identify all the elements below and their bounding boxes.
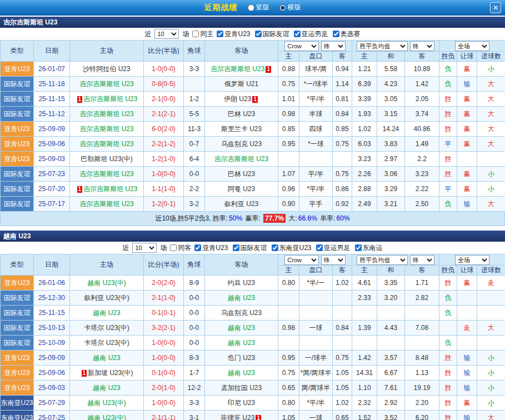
match-date: 25-09-06 bbox=[34, 137, 70, 152]
red-card-badge: 1 bbox=[256, 415, 261, 420]
odds-away bbox=[333, 152, 352, 167]
titlebar: 近期战绩 竖版 横版 ✕ bbox=[0, 0, 505, 16]
wdl-average-select[interactable]: 胜平负均值 bbox=[357, 255, 408, 265]
checkbox-input[interactable] bbox=[355, 244, 362, 251]
league-filter-checkbox[interactable]: 亚青U23 bbox=[194, 243, 228, 253]
filter-near-label: 近 bbox=[122, 243, 129, 253]
checkbox-input[interactable] bbox=[272, 244, 278, 251]
fulltime-select[interactable]: 全场 bbox=[455, 41, 489, 51]
away-team: 越南 U23 bbox=[205, 291, 278, 306]
team-name: 吉尔吉斯斯坦 U23 bbox=[83, 185, 137, 193]
match-count-select[interactable]: 10 bbox=[132, 243, 157, 253]
over-rate-label: 大: bbox=[287, 214, 297, 222]
team-name: 越南 U23 bbox=[228, 339, 255, 347]
final-odds-select[interactable]: 终 bbox=[321, 41, 346, 51]
same-away-checkbox[interactable]: 同客 bbox=[170, 243, 191, 253]
score: 1-0(0-0) bbox=[144, 351, 184, 366]
checkbox-input[interactable] bbox=[170, 244, 177, 251]
avg-home-odds: 14.31 bbox=[352, 366, 377, 381]
checkbox-input[interactable] bbox=[233, 244, 239, 251]
score: 2-2(1-2) bbox=[144, 137, 184, 152]
checkbox-input[interactable] bbox=[316, 244, 323, 251]
layout-radio-horizontal[interactable]: 横版 bbox=[279, 3, 301, 12]
bookmaker-select[interactable]: Crow bbox=[284, 41, 319, 51]
checkbox-label: 东南运 bbox=[363, 243, 383, 253]
league-filter-checkbox[interactable]: 亚青U23 bbox=[217, 29, 250, 39]
home-team: 1新加坡 U23(中) bbox=[70, 366, 144, 381]
handicap-line: 半球 bbox=[299, 107, 333, 122]
radio-input-horizontal[interactable] bbox=[279, 4, 286, 11]
avg-draw-odds: 4.23 bbox=[377, 77, 405, 92]
odds-away: 1.02 bbox=[333, 396, 352, 411]
result-wdl: 负 bbox=[439, 197, 457, 212]
team-name: 也门 U23 bbox=[228, 354, 255, 362]
corners: 1-7 bbox=[184, 366, 205, 381]
odds-away: 0.75 bbox=[333, 167, 352, 182]
handicap-line bbox=[299, 152, 333, 167]
sub-header-handicap: 盘口 bbox=[299, 52, 333, 62]
summary-row: 近10场,胜5平2负3, 胜率:50% 赢率: 77.7% 大:66.6% 单率… bbox=[0, 212, 505, 226]
odds-away: 1.02 bbox=[333, 276, 352, 291]
corners: 12-2 bbox=[184, 381, 205, 396]
home-team: 吉尔吉斯斯坦 U23 bbox=[70, 107, 144, 122]
radio-input-vertical[interactable] bbox=[248, 4, 254, 11]
team-name: 吉尔吉斯斯坦 U23 bbox=[79, 200, 133, 208]
avg-group-header: 胜平负均值 终 bbox=[352, 41, 439, 52]
checkbox-input[interactable] bbox=[217, 31, 223, 37]
handicap-line: 一球 bbox=[299, 321, 333, 336]
final-odds-select[interactable]: 终 bbox=[321, 255, 346, 265]
league-filter-checkbox[interactable]: 东南亚U23 bbox=[272, 243, 312, 253]
checkbox-input[interactable] bbox=[194, 244, 201, 251]
odds-home: 1.01 bbox=[278, 92, 299, 107]
avg-away-odds: 1.49 bbox=[405, 137, 439, 152]
away-team: 巴林 U23 bbox=[205, 107, 278, 122]
match-date: 25-09-06 bbox=[34, 366, 70, 381]
col-header-home: 主场 bbox=[70, 254, 144, 276]
home-team: 越南 U23(中) bbox=[70, 411, 144, 420]
final-average-select[interactable]: 终 bbox=[410, 255, 434, 265]
result-wdl: 平 bbox=[439, 137, 457, 152]
checkbox-input[interactable] bbox=[294, 31, 301, 37]
league-filter-checkbox[interactable]: 东南运 bbox=[355, 243, 383, 253]
wdl-average-select[interactable]: 胜平负均值 bbox=[357, 41, 408, 51]
bookmaker-select[interactable]: Crow bbox=[284, 255, 319, 265]
close-icon[interactable]: ✕ bbox=[490, 2, 501, 13]
result-wdl: 胜 bbox=[439, 396, 457, 411]
avg-draw-odds: 3.35 bbox=[377, 276, 405, 291]
odds-home: 0.85 bbox=[278, 122, 299, 137]
checkbox-input[interactable] bbox=[255, 31, 262, 37]
layout-radio-vertical[interactable]: 竖版 bbox=[248, 3, 269, 12]
match-row: 国际友谊25-11-12吉尔吉斯斯坦 U232-1(2-1)5-5巴林 U230… bbox=[1, 107, 505, 122]
league-filter-checkbox[interactable]: 亚运男足 bbox=[294, 29, 328, 39]
league-filter-checkbox[interactable]: 奥选赛 bbox=[333, 29, 361, 39]
fulltime-select[interactable]: 全场 bbox=[455, 255, 489, 265]
checkbox-input[interactable] bbox=[333, 31, 339, 37]
league-filter-checkbox[interactable]: 亚运男足 bbox=[316, 243, 351, 253]
avg-away-odds: 6.20 bbox=[405, 411, 439, 420]
league-filter-checkbox[interactable]: 国际友谊 bbox=[233, 243, 267, 253]
red-card-badge: 1 bbox=[77, 96, 83, 103]
result-handicap: 赢 bbox=[457, 276, 477, 291]
result-goals: 小 bbox=[477, 167, 505, 182]
league-filter-checkbox[interactable]: 国际友谊 bbox=[255, 29, 289, 39]
odds-away: 0.84 bbox=[333, 107, 352, 122]
checkbox-input[interactable] bbox=[192, 31, 199, 37]
final-average-select[interactable]: 终 bbox=[410, 41, 434, 51]
result-goals: 大 bbox=[477, 321, 505, 336]
handicap-rate-label: 赢率: bbox=[243, 214, 262, 222]
sub-header-goals-result: 进球数 bbox=[477, 266, 505, 276]
match-date: 25-09-03 bbox=[34, 152, 70, 167]
same-home-checkbox[interactable]: 同主 bbox=[192, 29, 213, 39]
corners: 0-0 bbox=[184, 167, 205, 182]
league-type: 亚青U23 bbox=[1, 122, 34, 137]
matches-table: 类型 日期 主场 比分(半场) 角球 客场 Crow 终 胜平负均值 终 bbox=[0, 40, 505, 212]
col-header-type: 类型 bbox=[1, 254, 34, 276]
home-team: 吉尔吉斯斯坦 U23 bbox=[70, 167, 144, 182]
corners: 3-1 bbox=[184, 411, 205, 420]
away-team: 叙利亚 U23 bbox=[205, 197, 278, 212]
result-handicap: 输 bbox=[457, 77, 477, 92]
handicap-win-rate: 77.7% bbox=[263, 214, 286, 223]
sub-header-avg-away: 客 bbox=[405, 52, 439, 62]
avg-draw-odds: 6.67 bbox=[377, 366, 405, 381]
match-count-select[interactable]: 10 bbox=[154, 29, 179, 39]
